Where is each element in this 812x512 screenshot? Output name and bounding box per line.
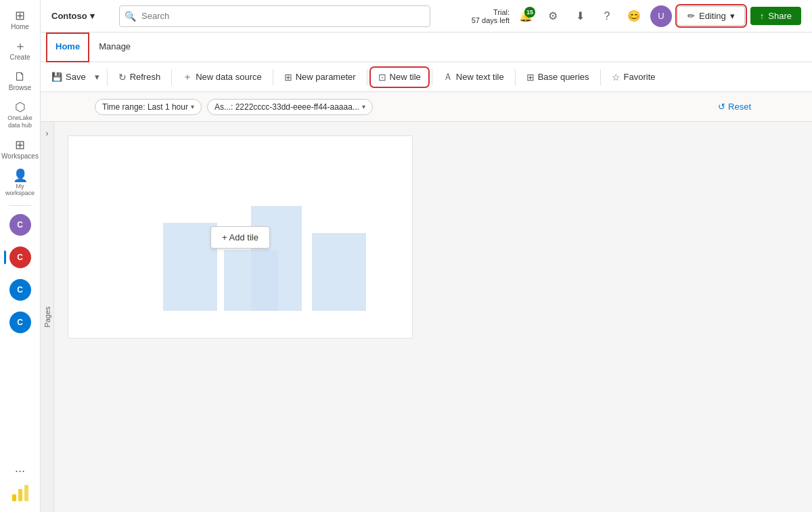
more-options-button[interactable]: ... <box>11 457 29 479</box>
trial-label: Trial: <box>472 8 510 16</box>
as-filter[interactable]: As...: 2222cccc-33dd-eeee-ff44-aaaaa... … <box>207 99 373 115</box>
sidebar-item-my-workspace[interactable]: 👤 Myworkspace <box>1 165 39 202</box>
action-toolbar: 💾 Save ▾ ↻ Refresh ＋ New data source ⊞ N… <box>41 62 812 92</box>
power-bi-logo <box>9 482 31 504</box>
main-area: Contoso ▾ 🔍 Trial: 57 days left 🔔 15 ⚙ ⬇ <box>41 0 812 512</box>
workspace-item-contosoeh2[interactable]: C <box>4 309 37 336</box>
new-tile-icon: ⊡ <box>378 72 386 83</box>
onelake-icon: ⬡ <box>15 101 26 113</box>
save-main-button[interactable]: 💾 Save <box>46 68 91 85</box>
workspace-avatar: C <box>9 214 31 236</box>
sidebar-item-create[interactable]: ＋ Create <box>1 36 39 65</box>
svg-rect-0 <box>12 494 16 501</box>
sidebar-item-label: Home <box>11 23 29 30</box>
app-name[interactable]: Contoso ▾ <box>51 11 95 21</box>
refresh-label: Refresh <box>130 72 161 82</box>
time-range-filter[interactable]: Time range: Last 1 hour ▾ <box>95 99 202 115</box>
app-title: Contoso <box>51 11 87 21</box>
add-tile-label: + Add tile <box>222 232 258 242</box>
pages-panel[interactable]: › Pages <box>41 122 54 512</box>
workspace-item-contoso[interactable]: C <box>4 244 37 271</box>
sidebar-divider <box>9 205 31 206</box>
new-parameter-label: New parameter <box>296 72 356 82</box>
new-parameter-icon: ⊞ <box>284 72 292 83</box>
chart-bar-1 <box>163 223 217 311</box>
sidebar: ⊞ Home ＋ Create 🗋 Browse ⬡ OneLakedata h… <box>0 0 41 512</box>
tab-bar: Home Manage <box>41 33 812 62</box>
reset-button[interactable]: ↺ Reset <box>711 99 758 114</box>
tab-home[interactable]: Home <box>46 33 89 62</box>
workspaces-icon: ⊞ <box>15 139 25 151</box>
base-queries-button[interactable]: ⊞ Base queries <box>520 68 596 86</box>
editing-label: Editing <box>699 11 726 21</box>
new-text-tile-icon: Ａ <box>443 71 453 83</box>
share-button[interactable]: ↑ Share <box>750 7 801 25</box>
user-avatar[interactable]: U <box>650 5 672 27</box>
base-queries-label: Base queries <box>538 72 589 82</box>
new-tile-label: New tile <box>390 72 421 82</box>
editing-button[interactable]: ✏ Editing ▾ <box>677 6 745 26</box>
base-queries-icon: ⊞ <box>526 72 535 83</box>
notification-button[interactable]: 🔔 15 <box>515 5 537 27</box>
search-bar: 🔍 <box>119 5 430 27</box>
feedback-button[interactable]: 😊 <box>623 5 645 27</box>
settings-button[interactable]: ⚙ <box>542 5 564 27</box>
sidebar-item-label: Create <box>9 54 30 61</box>
workspace-item-contosoes[interactable]: C <box>4 211 37 238</box>
new-data-source-label: New data source <box>196 72 262 82</box>
toolbar-divider-5 <box>432 69 432 85</box>
share-label: Share <box>768 11 792 21</box>
save-chevron-button[interactable]: ▾ <box>91 68 103 85</box>
help-icon: ? <box>604 10 610 22</box>
trial-info: Trial: 57 days left <box>472 8 510 24</box>
reset-label: Reset <box>728 102 751 112</box>
search-icon: 🔍 <box>125 11 136 22</box>
workspace-avatar: C <box>9 279 31 301</box>
toolbar-divider-4 <box>367 69 367 85</box>
favorite-label: Favorite <box>624 72 656 82</box>
refresh-button[interactable]: ↻ Refresh <box>112 68 168 86</box>
topbar-right: Trial: 57 days left 🔔 15 ⚙ ⬇ ? 😊 U <box>472 5 801 27</box>
add-tile-button[interactable]: + Add tile <box>210 226 270 249</box>
sidebar-item-home[interactable]: ⊞ Home <box>1 5 39 35</box>
notification-badge: 15 <box>524 7 535 18</box>
chart-bar-3 <box>251 206 302 311</box>
dashboard-board: + Add tile <box>68 135 413 339</box>
star-icon: ☆ <box>612 72 621 83</box>
search-input[interactable] <box>119 5 430 27</box>
filter-bar: Time range: Last 1 hour ▾ As...: 2222ccc… <box>41 92 812 122</box>
pages-chevron-icon: › <box>46 129 49 138</box>
favorite-button[interactable]: ☆ Favorite <box>605 68 662 86</box>
my-workspace-icon: 👤 <box>13 169 28 182</box>
new-text-tile-button[interactable]: Ａ New text tile <box>436 68 511 87</box>
help-button[interactable]: ? <box>596 5 618 27</box>
sidebar-item-label: Workspaces <box>1 152 39 160</box>
as-filter-label: As...: 2222cccc-33dd-eeee-ff44-aaaaa... <box>215 102 359 112</box>
new-data-source-icon: ＋ <box>183 71 192 83</box>
new-parameter-button[interactable]: ⊞ New parameter <box>277 68 363 86</box>
refresh-icon: ↻ <box>118 72 127 83</box>
chart-bar-4 <box>312 233 366 311</box>
toolbar-divider-7 <box>600 69 601 85</box>
editing-chevron: ▾ <box>730 11 735 21</box>
download-icon: ⬇ <box>576 9 585 22</box>
download-button[interactable]: ⬇ <box>569 5 591 27</box>
as-filter-chevron: ▾ <box>362 103 365 110</box>
dashboard-canvas: + Add tile <box>54 122 812 512</box>
filter-chip-chevron: ▾ <box>191 103 194 110</box>
toolbar-divider-3 <box>273 69 273 85</box>
sidebar-item-onelake[interactable]: ⬡ OneLakedata hub <box>1 97 39 133</box>
user-initial: U <box>658 11 664 21</box>
feedback-icon: 😊 <box>627 9 641 22</box>
new-data-source-button[interactable]: ＋ New data source <box>176 68 269 87</box>
tab-manage[interactable]: Manage <box>89 33 140 62</box>
app-chevron: ▾ <box>90 11 95 21</box>
home-icon: ⊞ <box>15 9 25 22</box>
new-tile-button[interactable]: ⊡ New tile <box>371 68 428 86</box>
sidebar-item-workspaces[interactable]: ⊞ Workspaces <box>1 135 39 164</box>
sidebar-item-browse[interactable]: 🗋 Browse <box>1 66 39 95</box>
workspace-avatar: C <box>9 312 31 333</box>
canvas-area: › Pages + Add tile <box>41 122 812 512</box>
workspace-item-contosoeh1[interactable]: C <box>4 276 37 303</box>
pencil-icon: ✏ <box>687 11 695 21</box>
